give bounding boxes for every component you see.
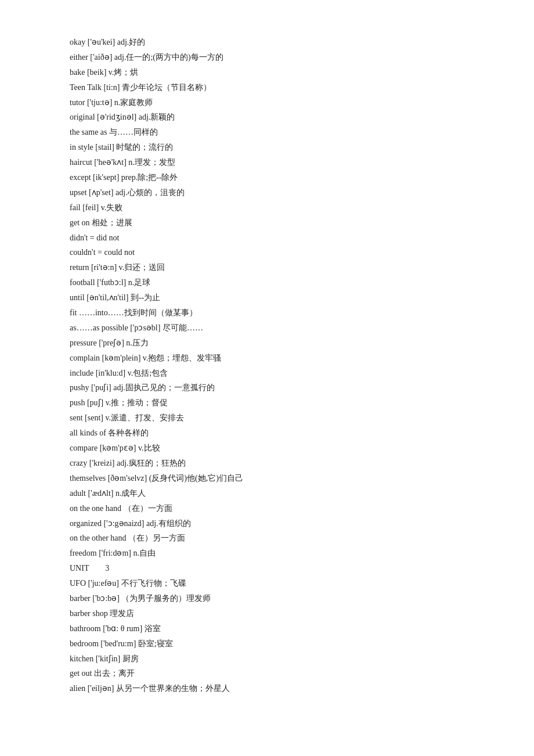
list-item: football ['futbɔ:l] n.足球 [70, 275, 488, 290]
list-item: alien ['eiljən] 从另一个世界来的生物；外星人 [70, 681, 488, 696]
list-item: get out 出去；离开 [70, 666, 488, 681]
list-item: get on 相处；进展 [70, 215, 488, 231]
list-item: pushy ['puʃi] adj.固执己见的；一意孤行的 [70, 380, 488, 395]
list-item: barber shop 理发店 [70, 606, 488, 621]
list-item: okay ['əu'kei] adj.好的 [70, 35, 488, 50]
list-item: barber ['bɔ:bə] （为男子服务的）理发师 [70, 591, 488, 606]
list-item: themselves [ðəm'selvz] (反身代词)他(她,它)们自己 [70, 471, 488, 486]
list-item: organized ['ɔ:gənaizd] adj.有组织的 [70, 516, 488, 531]
list-item: push [puʃ] v.推；推动；督促 [70, 395, 488, 411]
list-item: adult ['ædʌlt] n.成年人 [70, 486, 488, 501]
list-item: UNIT 3 [70, 561, 488, 576]
list-item: as……as possible ['pɔsəbl] 尽可能…… [70, 321, 488, 336]
list-item: fail [feil] v.失败 [70, 200, 488, 215]
list-item: UFO ['ju:efəu] 不行飞行物；飞碟 [70, 576, 488, 591]
list-item: freedom ['fri:dəm] n.自由 [70, 546, 488, 561]
list-item: return [ri'tə:n] v.归还；送回 [70, 260, 488, 275]
list-item: crazy ['kreizi] adj.疯狂的；狂热的 [70, 456, 488, 471]
list-item: on the other hand （在）另一方面 [70, 531, 488, 546]
vocab-list: okay ['əu'kei] adj.好的either ['aiðə] adj.… [70, 35, 488, 696]
list-item: kitchen ['kitʃin] 厨房 [70, 651, 488, 667]
list-item: either ['aiðə] adj.任一的;(两方中的)每一方的 [70, 50, 488, 65]
list-item: except [ik'sept] prep.除;把--除外 [70, 170, 488, 185]
list-item: bake [beik] v.烤；烘 [70, 65, 488, 80]
list-item: until [ən'til,ʌn'til] 到--为止 [70, 290, 488, 305]
list-item: Teen Talk [ti:n] 青少年论坛（节目名称） [70, 80, 488, 95]
list-item: compare [kəm'pɛə] v.比较 [70, 441, 488, 456]
list-item: the same as 与……同样的 [70, 125, 488, 140]
list-item: include [in'klu:d] v.包括;包含 [70, 366, 488, 381]
list-item: didn't = did not [70, 231, 488, 246]
list-item: complain [kəm'plein] v.抱怨；埋怨、发牢骚 [70, 351, 488, 366]
list-item: bathroom ['bɑ: θ rum] 浴室 [70, 621, 488, 636]
list-item: upset [ʌp'set] adj.心烦的，沮丧的 [70, 185, 488, 200]
list-item: sent [sent] v.派遣、打发、安排去 [70, 411, 488, 426]
list-item: haircut ['heə'kʌt] n.理发；发型 [70, 155, 488, 170]
list-item: original [ə'ridʒinəl] adj.新颖的 [70, 110, 488, 125]
list-item: pressure ['preʃə] n.压力 [70, 336, 488, 351]
list-item: bedroom ['bed'ru:m] 卧室;寝室 [70, 636, 488, 651]
list-item: fit ……into……找到时间（做某事） [70, 305, 488, 321]
list-item: all kinds of 各种各样的 [70, 426, 488, 441]
list-item: in style [stail] 时髦的；流行的 [70, 140, 488, 155]
list-item: on the one hand （在）一方面 [70, 501, 488, 516]
list-item: couldn't = could not [70, 245, 488, 260]
list-item: tutor ['tju:tə] n.家庭教师 [70, 95, 488, 110]
